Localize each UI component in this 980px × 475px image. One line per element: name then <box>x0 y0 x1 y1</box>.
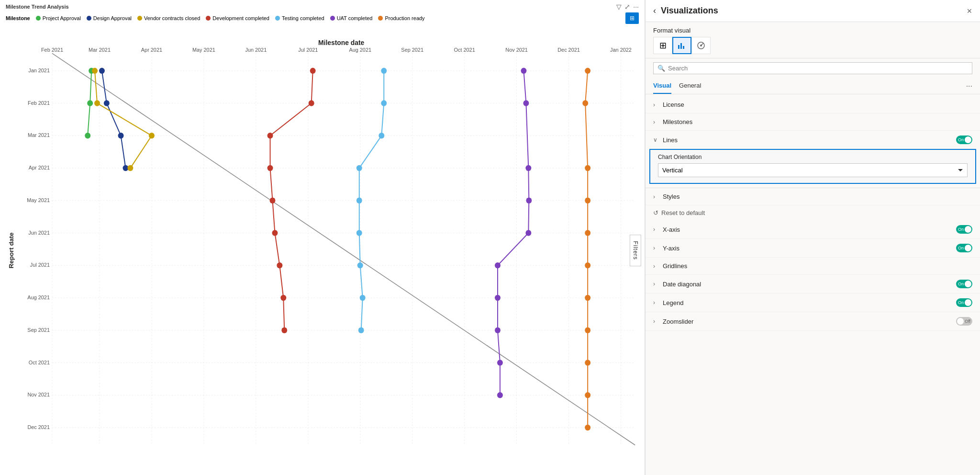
uat-dot-6 <box>495 262 501 269</box>
chart-format-btn[interactable] <box>672 37 691 54</box>
svg-text:Jan 2022: Jan 2022 <box>610 47 632 53</box>
uat-dot-4 <box>526 198 532 204</box>
testing-dot-1 <box>381 68 387 74</box>
filters-tab[interactable]: Filters <box>630 235 641 266</box>
svg-text:Nov 2021: Nov 2021 <box>505 47 528 53</box>
legend-toggle[interactable]: On <box>956 298 972 307</box>
legend-label-vendor-contracts: Vendor contracts closed <box>144 15 200 21</box>
table-format-btn[interactable]: ⊞ <box>653 37 672 54</box>
prod-dot-7 <box>585 295 590 301</box>
svg-text:Feb 2021: Feb 2021 <box>28 100 50 105</box>
section-milestones[interactable]: › Milestones <box>646 113 980 131</box>
dev-dot-2 <box>309 100 314 106</box>
chevron-milestones-icon: › <box>653 119 660 125</box>
section-zoom-label: Zoomslider <box>663 318 953 325</box>
testing-dot-8 <box>360 295 366 301</box>
expand-icon[interactable]: ⤢ <box>624 3 630 11</box>
svg-rect-48 <box>678 45 679 49</box>
orientation-select[interactable]: Vertical Horizontal <box>658 163 968 177</box>
format-visual-label: Format visual <box>646 22 980 37</box>
legend-item-dev-completed: Development completed <box>206 15 269 21</box>
testing-dot-9 <box>358 328 364 334</box>
xaxis-toggle[interactable]: On <box>956 225 972 234</box>
tabs-row: Visual General ··· <box>646 78 980 94</box>
dev-dot-8 <box>280 295 286 301</box>
section-gridlines[interactable]: › Gridlines <box>646 258 980 275</box>
uat-dot-9 <box>497 360 503 366</box>
prod-dot-11 <box>585 425 590 431</box>
section-zoomslider[interactable]: › Zoomslider Off <box>646 312 980 331</box>
svg-text:Sep 2021: Sep 2021 <box>27 327 50 333</box>
dev-dot-6 <box>272 230 278 236</box>
legend-label-project-approval: Project Approval <box>43 15 81 21</box>
production-line <box>585 71 588 428</box>
legend-label-production-ready: Production ready <box>385 15 424 21</box>
xaxis-toggle-label: On <box>958 227 964 232</box>
lines-header[interactable]: ∨ Lines On <box>646 131 980 149</box>
lines-expanded-content: Chart Orientation Vertical Horizontal <box>649 149 976 184</box>
section-milestones-label: Milestones <box>663 118 972 125</box>
section-legend[interactable]: › Legend On <box>646 294 980 312</box>
vendor-dot-4 <box>127 165 133 171</box>
svg-text:Feb 2021: Feb 2021 <box>41 47 63 53</box>
legend-dot-design-approval <box>87 16 91 21</box>
section-datediag-label: Date diagonal <box>663 281 953 288</box>
zoom-toggle[interactable]: Off <box>956 317 972 326</box>
tab-general[interactable]: General <box>679 78 701 94</box>
orientation-label: Chart Orientation <box>658 154 968 160</box>
svg-text:Jan 2021: Jan 2021 <box>28 68 50 73</box>
datediag-toggle[interactable]: On <box>956 280 972 288</box>
chevron-datediag-icon: › <box>653 281 660 287</box>
yaxis-toggle[interactable]: On <box>956 244 972 252</box>
svg-text:Aug 2021: Aug 2021 <box>27 294 50 300</box>
section-date-diagonal[interactable]: › Date diagonal On <box>646 275 980 294</box>
y-axis-label: Report date <box>8 232 15 268</box>
prod-dot-10 <box>585 392 590 398</box>
search-icon: 🔍 <box>657 65 665 72</box>
prod-dot-9 <box>585 360 590 366</box>
search-input[interactable] <box>668 65 968 72</box>
reset-label: Reset to default <box>661 209 705 216</box>
uat-dot-1 <box>521 68 526 74</box>
svg-text:Oct 2021: Oct 2021 <box>454 47 475 53</box>
section-license[interactable]: › License <box>646 96 980 113</box>
tab-visual[interactable]: Visual <box>653 78 671 94</box>
reset-row[interactable]: ↺ Reset to default <box>646 205 980 220</box>
svg-rect-50 <box>683 46 684 49</box>
prod-dot-1 <box>585 68 590 74</box>
section-yaxis[interactable]: › Y-axis On <box>646 239 980 258</box>
panel-close-btn[interactable]: ✕ <box>967 7 972 15</box>
svg-text:Jun 2021: Jun 2021 <box>245 47 267 53</box>
dev-dot-4 <box>267 165 273 171</box>
svg-point-52 <box>700 45 702 46</box>
analytics-format-btn[interactable] <box>691 37 711 54</box>
uat-dot-5 <box>525 230 531 236</box>
project-approval-dot-2 <box>87 100 93 106</box>
legend-dot-production-ready <box>378 16 383 21</box>
analytics-icon <box>696 41 706 50</box>
svg-text:Jul 2021: Jul 2021 <box>30 262 50 268</box>
legend-label-dev-completed: Development completed <box>212 15 269 21</box>
lines-toggle[interactable]: On <box>956 136 972 144</box>
legend-item-production-ready: Production ready <box>378 15 424 21</box>
svg-text:Apr 2021: Apr 2021 <box>29 165 50 170</box>
main-chart-svg: Report date Milestone date <box>0 26 645 475</box>
section-styles[interactable]: › Styles <box>646 188 980 205</box>
legend-item-testing-completed: Testing completed <box>275 15 324 21</box>
uat-dot-8 <box>495 328 501 334</box>
chart-title-area: Milestone Trend Analysis <box>6 4 69 10</box>
chevron-license-icon: › <box>653 102 660 108</box>
panel-header-left: ‹ Visualizations <box>653 6 718 16</box>
filter-icon[interactable]: ▽ <box>616 3 622 11</box>
reset-icon: ↺ <box>653 209 658 216</box>
tab-more-btn[interactable]: ··· <box>966 82 972 90</box>
design-approval-dot-1 <box>99 68 105 74</box>
section-lines-label: Lines <box>663 136 953 144</box>
panel-back-btn[interactable]: ‹ <box>653 6 656 16</box>
chart-title: Milestone Trend Analysis <box>6 4 69 10</box>
testing-dot-4 <box>356 165 362 171</box>
section-xaxis[interactable]: › X-axis On <box>646 220 980 239</box>
more-options-icon[interactable]: ··· <box>633 3 639 11</box>
chevron-lines-icon: ∨ <box>653 136 660 143</box>
chart-type-btn[interactable]: ⊞ <box>625 12 639 24</box>
